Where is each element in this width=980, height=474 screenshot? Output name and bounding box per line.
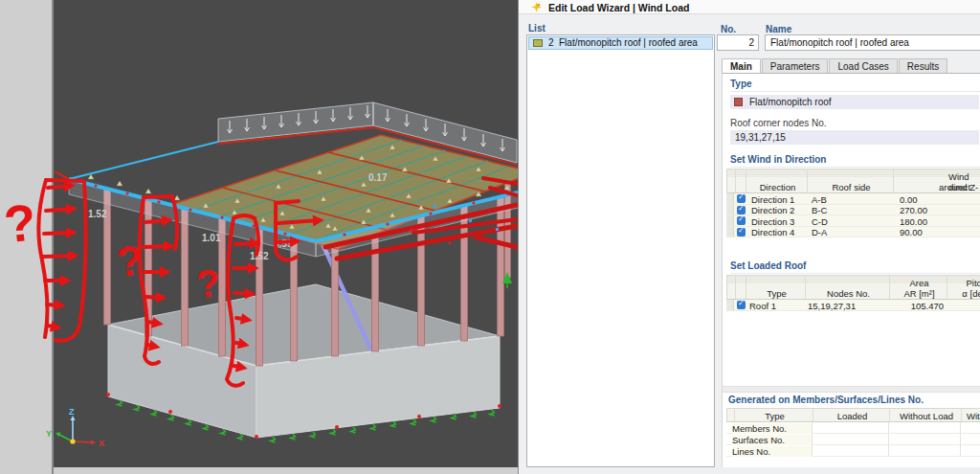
wind-row-2-side: B-C <box>812 205 827 215</box>
type-field[interactable]: Flat/monopitch roof <box>730 95 979 109</box>
wind-row-2-direction: Direction 2 <box>751 205 794 215</box>
list-label: List <box>528 23 546 34</box>
gen-col-loaded: Loaded <box>815 411 889 421</box>
gen-col-without-2: Witho <box>967 411 980 421</box>
roof-col-type: Type <box>748 288 805 299</box>
model-viewport[interactable]: Z X Y 1.52 1.01 1.52 0.59 0.17 <box>0 0 518 474</box>
wind-row-4[interactable]: Direction 4 D-A 90.00 <box>726 227 980 238</box>
wind-row-1[interactable]: Direction 1 A-B 0.00 <box>726 193 980 205</box>
name-label: Name <box>766 24 791 34</box>
wizard-icon <box>531 2 542 12</box>
type-section-header: Type <box>730 79 980 92</box>
roof-col-pitch-2: α [deg] <box>949 288 980 299</box>
question-mark-3: ? <box>195 261 221 305</box>
value-label-2: 1.01 <box>202 233 221 243</box>
wind-row-1-side: A-B <box>812 194 827 205</box>
gen-row-surfaces-label: Surfaces No. <box>732 435 812 445</box>
wind-row-2-angle: 270.00 <box>900 205 927 215</box>
wind-row-4-side: D-A <box>812 227 827 237</box>
wind-row-1-angle: 0.00 <box>900 194 918 205</box>
axis-z-label: Z <box>69 407 75 417</box>
wind-row-3-angle: 180.00 <box>900 216 927 227</box>
dialog-titlebar[interactable]: Edit Load Wizard | Wind Load <box>519 0 980 14</box>
wind-row-4-direction: Direction 4 <box>751 227 794 237</box>
roof-col-area-2: AR [m²] <box>892 288 947 299</box>
main-tab-content: Type Flat/monopitch roof Roof corner nod… <box>722 73 980 467</box>
value-label-5: 0.17 <box>368 172 388 183</box>
wind-col-roof-side: Roof side <box>810 182 893 192</box>
wind-section-header: Set Wind in Direction <box>730 154 980 168</box>
roof-row-1[interactable]: Roof 1 15,19,27,31 105.470 <box>726 300 980 311</box>
wind-row-3-checkbox[interactable] <box>737 216 746 225</box>
wind-table: Direction Roof side Wind direct around Z… <box>726 169 980 238</box>
wind-row-1-direction: Direction 1 <box>751 194 794 205</box>
roof-col-area-1: Area <box>892 278 947 288</box>
wind-row-4-angle: 90.00 <box>900 227 923 237</box>
type-swatch <box>734 98 743 106</box>
wind-row-3-direction: Direction 3 <box>751 216 794 227</box>
wind-row-2-checkbox[interactable] <box>737 206 746 214</box>
dialog-title: Edit Load Wizard | Wind Load <box>548 2 689 13</box>
wind-row-1-checkbox[interactable] <box>737 194 746 203</box>
axis-x-label: X <box>99 439 104 448</box>
generated-table-header: Type Loaded Without Load Witho <box>726 408 980 422</box>
type-value: Flat/monopitch roof <box>749 97 832 107</box>
roof-col-nodes: Nodes No. <box>808 288 889 299</box>
no-field[interactable]: 2 <box>717 34 759 51</box>
roof-row-1-area: 105.470 <box>891 301 944 311</box>
load-list[interactable]: 2 Flat/monopitch roof | roofed area <box>526 34 715 467</box>
generated-row-lines[interactable]: Lines No. <box>726 445 980 457</box>
nodes-value: 19,31,27,15 <box>735 132 786 143</box>
section-divider <box>723 386 980 393</box>
roof-section-header: Set Loaded Roof <box>730 260 980 274</box>
wind-row-3-side: C-D <box>812 216 828 227</box>
nodes-label: Roof corner nodes No. <box>730 118 827 128</box>
generated-row-members[interactable]: Members No. <box>726 422 980 434</box>
wind-row-3[interactable]: Direction 3 C-D 180.00 <box>726 215 980 227</box>
question-mark-2: ? <box>115 237 145 285</box>
gen-row-lines-label: Lines No. <box>732 446 812 457</box>
nodes-field[interactable]: 19,31,27,15 <box>730 130 979 145</box>
generated-section-header: Generated on Members/Surfaces/Lines No. <box>728 395 980 407</box>
roof-row-1-type: Roof 1 <box>749 301 776 311</box>
question-mark-1: ? <box>1 192 38 253</box>
wind-col-direction: Direction <box>748 182 807 192</box>
tab-bar: MainParametersLoad CasesResultsTolerance… <box>722 56 980 73</box>
value-label-1: 1.52 <box>88 209 107 219</box>
axis-y-label: Y <box>46 429 52 439</box>
screenshot-stage: Z X Y 1.52 1.01 1.52 0.59 0.17 <box>0 0 980 474</box>
list-item-name: Flat/monopitch roof | roofed area <box>559 37 698 48</box>
gen-col-without: Without Load <box>892 411 961 421</box>
list-item-number: 2 <box>548 37 554 48</box>
loaded-roof-table: Type Nodes No. Area AR [m²] Pitch α [deg… <box>726 275 980 311</box>
roof-col-pitch-1: Pitch <box>949 278 980 288</box>
list-item-selected[interactable]: 2 Flat/monopitch roof | roofed area <box>528 36 713 50</box>
generated-row-surfaces[interactable]: Surfaces No. <box>726 434 980 445</box>
gen-col-type: Type <box>737 411 813 421</box>
gen-row-members-label: Members No. <box>732 423 812 434</box>
generated-table: Type Loaded Without Load Witho Members N… <box>726 408 980 458</box>
wind-table-header: Direction Roof side Wind direct around Z… <box>726 169 980 193</box>
edit-load-wizard-dialog: Edit Load Wizard | Wind Load List 2 Flat… <box>518 0 980 474</box>
list-item-swatch <box>533 39 543 47</box>
name-field[interactable]: Flat/monopitch roof | roofed area <box>765 34 980 51</box>
roof-row-1-nodes: 15,19,27,31 <box>808 301 856 311</box>
wind-row-4-checkbox[interactable] <box>737 228 746 237</box>
value-label-3: 1.52 <box>250 251 269 261</box>
roof-row-1-checkbox[interactable] <box>737 301 746 309</box>
no-label: No. <box>721 24 736 34</box>
wind-row-2[interactable]: Direction 2 B-C 270.00 <box>726 205 980 216</box>
roof-table-header: Type Nodes No. Area AR [m²] Pitch α [deg… <box>726 275 980 300</box>
